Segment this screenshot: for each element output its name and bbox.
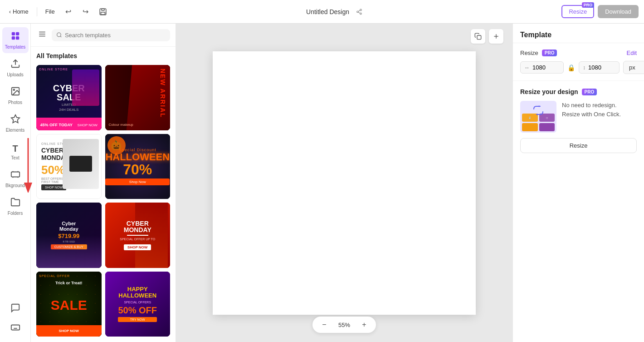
uploads-label: Uploads bbox=[7, 72, 24, 77]
height-input[interactable] bbox=[588, 64, 615, 71]
main-layout: Templates Uploads Photos bbox=[0, 24, 644, 342]
zoom-level[interactable]: 55% bbox=[335, 322, 353, 328]
topbar-left: ‹ Home File ↩ ↪ bbox=[5, 5, 110, 19]
width-icon: ↔ bbox=[524, 64, 530, 71]
undo-button[interactable]: ↩ bbox=[61, 5, 76, 19]
templates-panel: All Templates ONLINE STORE CYBER SALE LI… bbox=[31, 24, 176, 342]
zoom-in-button[interactable]: + bbox=[359, 319, 370, 330]
elements-label: Elements bbox=[6, 128, 25, 133]
templates-label: Templates bbox=[5, 45, 26, 50]
elements-icon bbox=[10, 114, 20, 126]
template-card-happy-halloween[interactable]: HAPPYHALLOWEEN SPECIAL OFFERS 50% OFF TR… bbox=[105, 272, 171, 337]
zoom-out-button[interactable]: − bbox=[319, 319, 330, 330]
canvas-area: − 55% + bbox=[176, 24, 512, 342]
resize-label: Resize bbox=[520, 50, 538, 56]
chevron-left-icon: ‹ bbox=[9, 9, 11, 15]
zoom-controls: − 55% + bbox=[312, 317, 376, 333]
ryd-preview: 🐰 ◻ bbox=[520, 101, 556, 133]
folders-icon bbox=[10, 197, 20, 209]
lock-icon[interactable]: 🔒 bbox=[567, 64, 575, 71]
share-button[interactable] bbox=[353, 5, 366, 18]
sidebar-item-folders[interactable]: Folders bbox=[2, 193, 29, 219]
svg-rect-25 bbox=[477, 35, 481, 40]
svg-line-6 bbox=[358, 12, 360, 13]
resize-label: Resize bbox=[569, 8, 587, 15]
svg-point-4 bbox=[357, 11, 359, 13]
svg-point-5 bbox=[360, 13, 362, 15]
sidebar-item-photos[interactable]: Photos bbox=[2, 83, 29, 109]
canvas[interactable] bbox=[213, 51, 476, 315]
background-label: Bkground bbox=[5, 183, 25, 188]
svg-line-7 bbox=[358, 10, 360, 11]
right-panel-header: Template bbox=[513, 24, 644, 43]
sidebar-item-templates[interactable]: Templates bbox=[2, 27, 29, 53]
right-panel: Template Resize PRO Edit ↔ 🔒 ↕ bbox=[512, 24, 644, 342]
template-card-cyber-monday-dark[interactable]: CyberMonday $719.99 8 TB SSD CUSTOMIZE &… bbox=[36, 203, 102, 268]
ryd-desc-1: No need to redesign. bbox=[562, 101, 621, 110]
template-card-cyber-sale[interactable]: ONLINE STORE CYBER SALE LIMITED 24H DEAL… bbox=[36, 65, 102, 130]
svg-rect-9 bbox=[15, 32, 19, 35]
ryd-text: No need to redesign. Resize with One Cli… bbox=[562, 101, 621, 119]
photos-label: Photos bbox=[8, 100, 22, 105]
keyboard-icon bbox=[10, 322, 20, 335]
width-input[interactable] bbox=[532, 64, 560, 71]
svg-point-14 bbox=[13, 89, 15, 90]
sidebar-item-chat[interactable] bbox=[2, 299, 29, 319]
svg-rect-2 bbox=[101, 12, 105, 14]
search-input[interactable] bbox=[65, 32, 166, 39]
template-card-cyber-monday-red[interactable]: CYBERMONDAY SPECIAL OFFER UP TO SHOP NOW bbox=[105, 203, 171, 268]
svg-marker-15 bbox=[11, 115, 19, 123]
divider bbox=[37, 7, 37, 16]
template-card-cyber-monday-white[interactable]: ONLINE STORE CYBERMONDAY 50% BEST OFFERS… bbox=[36, 134, 102, 199]
resize-section: Resize PRO Edit ↔ 🔒 ↕ px in cm bbox=[513, 43, 644, 81]
ryd-desc-2: Resize with One Click. bbox=[562, 110, 621, 119]
unit-select[interactable]: px in cm mm bbox=[623, 61, 644, 74]
topbar-center: Untitled Design bbox=[114, 5, 558, 18]
templates-scroll: All Templates ONLINE STORE CYBER SALE LI… bbox=[31, 47, 176, 342]
resize-row: Resize PRO Edit bbox=[520, 50, 637, 56]
pro-badge: PRO bbox=[582, 2, 595, 8]
templates-icon bbox=[10, 31, 20, 43]
template-card-halloween-70[interactable]: Special Discount HALLOWEEN 70% Shop Now … bbox=[105, 134, 171, 199]
sidebar-item-keyboard[interactable] bbox=[2, 319, 29, 338]
uploads-icon bbox=[10, 59, 20, 71]
section-title: All Templates bbox=[36, 52, 170, 59]
topbar-right: Resize PRO Download bbox=[561, 5, 639, 18]
file-menu-button[interactable]: File bbox=[42, 6, 59, 17]
template-grid: ONLINE STORE CYBER SALE LIMITED 24H DEAL… bbox=[36, 65, 170, 337]
add-page-button[interactable] bbox=[489, 29, 503, 44]
duplicate-button[interactable] bbox=[471, 29, 485, 44]
resize-button[interactable]: Resize PRO bbox=[561, 5, 594, 18]
download-button[interactable]: Download bbox=[598, 5, 639, 18]
text-label: Text bbox=[11, 155, 19, 160]
home-button[interactable]: ‹ Home bbox=[5, 6, 32, 17]
svg-rect-18 bbox=[11, 172, 19, 177]
dimensions-row: ↔ 🔒 ↕ px in cm mm bbox=[520, 61, 637, 74]
sidebar-item-elements[interactable]: Elements bbox=[2, 110, 29, 136]
redo-button[interactable]: ↪ bbox=[78, 5, 93, 19]
background-icon bbox=[10, 169, 20, 182]
svg-rect-10 bbox=[11, 36, 15, 40]
template-card-new-arrival[interactable]: NEW ARRIAL Colour makeup bbox=[105, 65, 171, 130]
svg-line-24 bbox=[60, 36, 61, 37]
right-panel-title: Template bbox=[520, 31, 551, 39]
search-box[interactable] bbox=[52, 29, 170, 41]
template-card-trick-or-treat[interactable]: SPECIAL OFFER Trick or Treat! SALE SHOP … bbox=[36, 272, 102, 337]
search-icon bbox=[56, 32, 62, 38]
svg-rect-19 bbox=[11, 325, 19, 330]
edit-link[interactable]: Edit bbox=[627, 50, 637, 56]
bottom-icons bbox=[2, 299, 29, 342]
design-title[interactable]: Untitled Design bbox=[306, 8, 349, 15]
topbar: ‹ Home File ↩ ↪ Untitled Design Resize bbox=[0, 0, 644, 24]
folders-label: Folders bbox=[8, 211, 23, 216]
sidebar-item-uploads[interactable]: Uploads bbox=[2, 55, 29, 81]
save-button[interactable] bbox=[96, 5, 110, 19]
home-label: Home bbox=[13, 8, 29, 15]
ryd-title: Resize your design bbox=[520, 88, 578, 95]
resize-action-button[interactable]: Resize bbox=[520, 138, 637, 153]
sidebar-item-background[interactable]: Bkground bbox=[2, 166, 29, 192]
sidebar-item-text[interactable]: T Text bbox=[2, 140, 29, 164]
height-input-wrap: ↕ bbox=[579, 61, 620, 74]
svg-point-23 bbox=[57, 33, 61, 37]
menu-button[interactable] bbox=[36, 28, 48, 42]
